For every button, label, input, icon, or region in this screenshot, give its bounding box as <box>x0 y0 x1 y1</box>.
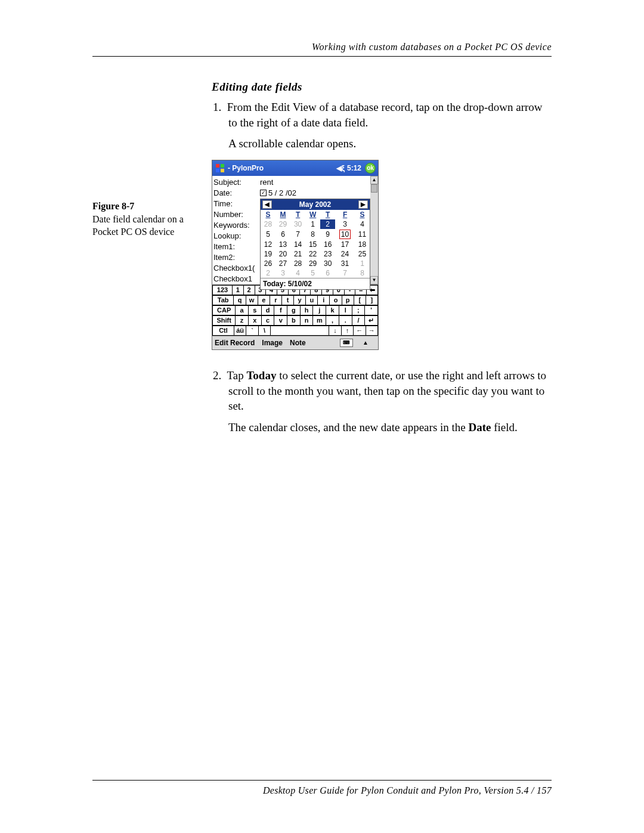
keyboard-key[interactable]: j <box>313 305 326 315</box>
keyboard-key[interactable] <box>271 326 329 336</box>
date-checkbox[interactable]: ✓ <box>260 190 267 196</box>
keyboard-key[interactable]: i <box>318 295 330 305</box>
keyboard-key[interactable]: e <box>258 295 270 305</box>
scroll-up-button[interactable]: ▲ <box>370 176 378 184</box>
soft-keyboard[interactable]: 1231234567890-=⬅ Tabqwertyuiop[] CAPasdf… <box>212 284 378 336</box>
scroll-down-button[interactable]: ▼ <box>370 276 378 284</box>
calendar-day[interactable]: 11 <box>355 229 370 240</box>
keyboard-key[interactable]: Tab <box>212 295 234 305</box>
menu-image[interactable]: Image <box>262 339 283 347</box>
keyboard-key[interactable]: ← <box>354 326 366 336</box>
calendar-day[interactable]: 30 <box>290 219 305 229</box>
keyboard-key[interactable]: Shift <box>212 315 236 326</box>
calendar-day[interactable]: 18 <box>355 240 370 249</box>
date-value[interactable]: 5 / 2 /02 <box>268 188 296 199</box>
keyboard-key[interactable]: , <box>326 315 339 326</box>
ok-button[interactable]: ok <box>365 163 376 174</box>
keyboard-key[interactable]: Ctl <box>212 326 234 336</box>
keyboard-key[interactable]: h <box>301 305 314 315</box>
keyboard-key[interactable]: s <box>249 305 262 315</box>
keyboard-key[interactable]: r <box>270 295 282 305</box>
keyboard-key[interactable]: 2 <box>244 285 255 295</box>
calendar-day[interactable]: 6 <box>320 268 335 278</box>
calendar-prev-button[interactable]: ◀ <box>262 200 272 209</box>
keyboard-key[interactable]: y <box>294 295 306 305</box>
menu-up-icon[interactable]: ▲ <box>363 339 369 346</box>
keyboard-key[interactable]: / <box>352 315 366 326</box>
keyboard-key[interactable]: m <box>313 315 326 326</box>
keyboard-key[interactable]: p <box>342 295 354 305</box>
keyboard-key[interactable]: v <box>274 315 287 326</box>
keyboard-key[interactable]: u <box>306 295 318 305</box>
keyboard-key[interactable]: ↵ <box>365 315 378 326</box>
calendar-day[interactable]: 23 <box>320 249 335 259</box>
calendar-day[interactable]: 5 <box>261 229 275 240</box>
calendar-day[interactable]: 6 <box>275 229 290 240</box>
scroll-thumb[interactable] <box>371 184 377 193</box>
calendar-day[interactable]: 1 <box>355 259 370 268</box>
clock[interactable]: 5:12 <box>347 164 361 172</box>
keyboard-toggle-icon[interactable]: ⌨ <box>340 339 353 347</box>
scrollbar[interactable]: ▲ ▼ <box>370 176 378 284</box>
keyboard-key[interactable]: 1 <box>233 285 244 295</box>
keyboard-key[interactable]: ` <box>246 326 258 336</box>
calendar-day[interactable]: 5 <box>305 268 320 278</box>
keyboard-key[interactable]: [ <box>354 295 366 305</box>
keyboard-key[interactable]: k <box>326 305 339 315</box>
keyboard-key[interactable]: ] <box>366 295 378 305</box>
speaker-icon[interactable]: ◀ξ <box>336 164 345 172</box>
calendar-day[interactable]: 4 <box>290 268 305 278</box>
calendar-day[interactable]: 7 <box>290 229 305 240</box>
calendar-day[interactable]: 21 <box>290 249 305 259</box>
keyboard-key[interactable]: ↓ <box>329 326 341 336</box>
keyboard-key[interactable]: c <box>262 315 275 326</box>
keyboard-key[interactable]: CAP <box>212 305 236 315</box>
calendar-day[interactable]: 17 <box>335 240 355 249</box>
calendar-day[interactable]: 8 <box>305 229 320 240</box>
keyboard-key[interactable]: f <box>274 305 287 315</box>
keyboard-key[interactable]: 123 <box>212 285 233 295</box>
keyboard-key[interactable]: → <box>366 326 378 336</box>
keyboard-key[interactable]: o <box>330 295 342 305</box>
subject-value[interactable]: rent <box>260 177 377 188</box>
calendar-day[interactable]: 2 <box>320 219 335 229</box>
keyboard-key[interactable]: ' <box>365 305 378 315</box>
keyboard-key[interactable]: z <box>236 315 249 326</box>
calendar-day[interactable]: 20 <box>275 249 290 259</box>
calendar-day[interactable]: 19 <box>261 249 275 259</box>
keyboard-key[interactable]: b <box>287 315 301 326</box>
calendar-day[interactable]: 29 <box>305 259 320 268</box>
calendar-day[interactable]: 13 <box>275 240 290 249</box>
calendar-day[interactable]: 26 <box>261 259 275 268</box>
calendar-day[interactable]: 24 <box>335 249 355 259</box>
calendar-today-link[interactable]: Today: 5/10/02 <box>261 278 370 289</box>
calendar-next-button[interactable]: ▶ <box>358 200 368 209</box>
calendar-day[interactable]: 28 <box>290 259 305 268</box>
keyboard-key[interactable]: ; <box>352 305 366 315</box>
calendar-day[interactable]: 31 <box>335 259 355 268</box>
calendar-day[interactable]: 15 <box>305 240 320 249</box>
calendar-day[interactable]: 30 <box>320 259 335 268</box>
keyboard-key[interactable]: áü <box>234 326 246 336</box>
keyboard-key[interactable]: d <box>262 305 275 315</box>
calendar-day[interactable]: 25 <box>355 249 370 259</box>
calendar-day[interactable]: 27 <box>275 259 290 268</box>
keyboard-key[interactable]: \ <box>259 326 271 336</box>
calendar-day[interactable]: 8 <box>355 268 370 278</box>
calendar-day[interactable]: 28 <box>261 219 275 229</box>
keyboard-key[interactable]: ↑ <box>342 326 354 336</box>
calendar-day[interactable]: 12 <box>261 240 275 249</box>
calendar-day[interactable]: 22 <box>305 249 320 259</box>
keyboard-key[interactable]: l <box>339 305 352 315</box>
calendar-day[interactable]: 29 <box>275 219 290 229</box>
keyboard-key[interactable]: w <box>246 295 258 305</box>
calendar-day[interactable]: 1 <box>305 219 320 229</box>
calendar-day[interactable]: 14 <box>290 240 305 249</box>
keyboard-key[interactable]: a <box>236 305 249 315</box>
keyboard-key[interactable]: n <box>301 315 314 326</box>
keyboard-key[interactable]: g <box>287 305 301 315</box>
calendar-day[interactable]: 7 <box>335 268 355 278</box>
calendar-day[interactable]: 4 <box>355 219 370 229</box>
calendar-day[interactable]: 10 <box>335 229 355 240</box>
start-logo-icon[interactable] <box>215 163 225 174</box>
